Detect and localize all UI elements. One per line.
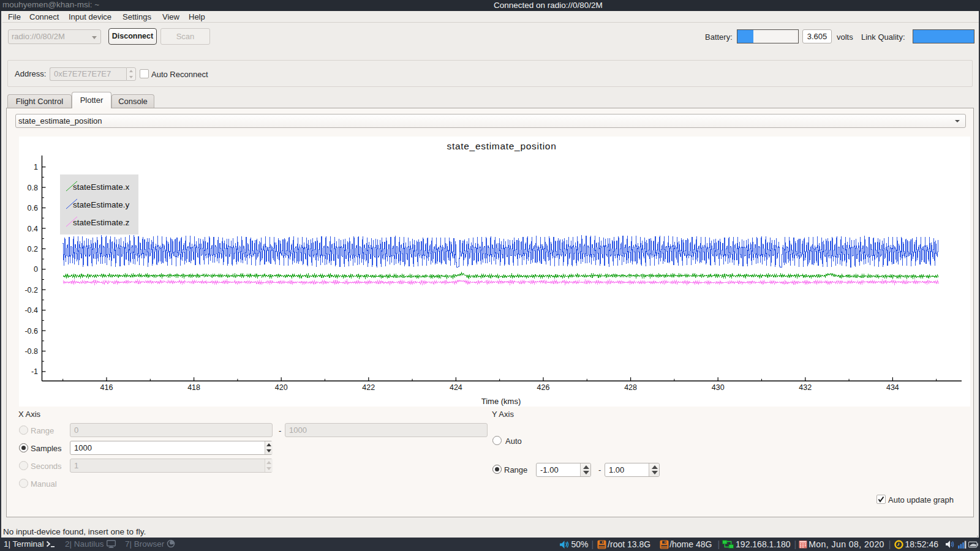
- svg-text:state_estimate_position: state_estimate_position: [447, 141, 557, 151]
- svg-text:0: 0: [34, 265, 38, 274]
- svg-text:-0.4: -0.4: [24, 306, 38, 315]
- svg-text:1: 1: [34, 163, 38, 171]
- svg-text:416: 416: [100, 383, 113, 392]
- svg-text:422: 422: [362, 383, 375, 392]
- svg-text:434: 434: [886, 383, 899, 392]
- svg-text:-0.8: -0.8: [24, 347, 38, 356]
- svg-text:424: 424: [450, 383, 462, 392]
- svg-text:stateEstimate.x: stateEstimate.x: [73, 182, 130, 192]
- svg-text:0.8: 0.8: [28, 184, 38, 192]
- svg-text:stateEstimate.z: stateEstimate.z: [73, 218, 130, 227]
- svg-text:430: 430: [712, 383, 725, 392]
- svg-text:Time (kms): Time (kms): [481, 397, 521, 406]
- svg-text:-0.2: -0.2: [24, 286, 38, 294]
- svg-text:418: 418: [187, 383, 200, 392]
- svg-text:0.2: 0.2: [28, 245, 38, 253]
- svg-text:0.6: 0.6: [28, 204, 38, 212]
- svg-text:-1: -1: [31, 367, 38, 376]
- svg-text:428: 428: [624, 383, 637, 392]
- svg-text:0.4: 0.4: [28, 225, 38, 233]
- svg-text:426: 426: [537, 383, 550, 392]
- svg-text:stateEstimate.y: stateEstimate.y: [73, 200, 130, 209]
- svg-text:-0.6: -0.6: [24, 327, 38, 335]
- svg-text:432: 432: [799, 383, 812, 392]
- svg-text:420: 420: [275, 383, 288, 392]
